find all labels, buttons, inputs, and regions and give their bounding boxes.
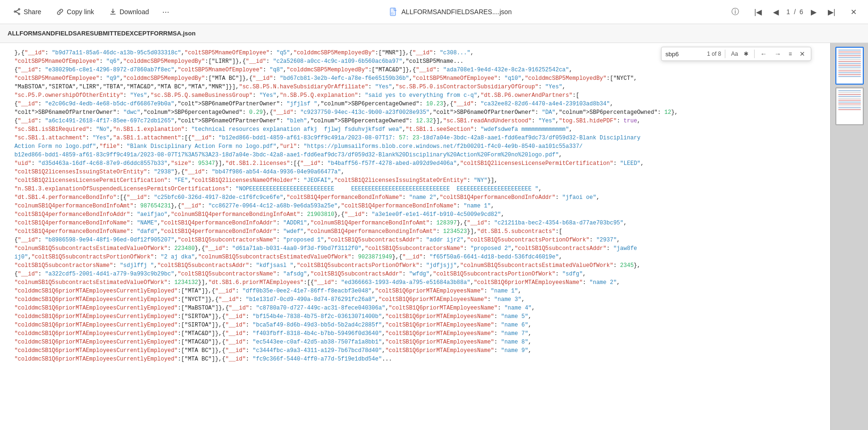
more-label: ··· [162, 7, 169, 17]
file-title: ALLFORMSANDFIELDSARESUBMITTEDEXCEPTFORRM… [8, 30, 196, 37]
file-json-icon: {} [389, 8, 398, 16]
thumb-page-1[interactable] [835, 47, 864, 85]
json-content[interactable]: },{"__id": "b9d77a11-85a6-46dc-a13b-95c5… [0, 43, 830, 430]
top-bar-right: ⓘ |◀ ◀ 1 / 6 ▶ ▶| ✕ [728, 5, 860, 19]
search-counter: 1 of 8 [707, 51, 721, 57]
filename: ALLFORMSANDFIELDSARES....json [402, 8, 512, 16]
share-button[interactable]: Share [8, 5, 47, 18]
search-regex-button[interactable]: ✱ [742, 50, 750, 58]
top-bar-left: Share Copy link Download ··· [8, 5, 173, 19]
page-current: 1 [786, 8, 790, 16]
thumb-page-2[interactable] [835, 87, 864, 125]
search-options: Aa ✱ [729, 50, 750, 58]
more-button[interactable]: ··· [158, 5, 173, 19]
file-title-bar: ALLFORMSANDFIELDSARESUBMITTEDEXCEPTFORRM… [0, 24, 868, 43]
search-next-button[interactable]: → [773, 49, 783, 59]
svg-text:{}: {} [391, 12, 394, 15]
search-divider2 [754, 50, 755, 58]
page-total: 6 [799, 8, 803, 16]
page-separator: / [794, 8, 796, 16]
first-page-button[interactable]: |◀ [750, 6, 765, 18]
top-bar-center: {} ALLFORMSANDFIELDSARES....json [389, 8, 512, 16]
next-page-button[interactable]: ▶ [807, 6, 820, 18]
info-button[interactable]: ⓘ [728, 5, 743, 19]
search-close-button[interactable]: ✕ [798, 49, 807, 59]
viewer-area: 1 of 8 Aa ✱ ← → ≡ ✕ },{"__id": "b9d77a11… [0, 43, 830, 430]
search-case-button[interactable]: Aa [729, 50, 740, 58]
download-button[interactable]: Download [103, 5, 155, 18]
right-sidebar [830, 43, 868, 430]
close-button[interactable]: ✕ [847, 6, 860, 18]
link-icon [56, 8, 64, 16]
search-input[interactable] [665, 51, 703, 58]
search-overlay: 1 of 8 Aa ✱ ← → ≡ ✕ [661, 47, 811, 61]
last-page-button[interactable]: ▶| [824, 6, 839, 18]
download-label: Download [120, 8, 149, 16]
content-wrapper: 1 of 8 Aa ✱ ← → ≡ ✕ },{"__id": "b9d77a11… [0, 43, 868, 430]
search-menu-button[interactable]: ≡ [787, 50, 794, 58]
share-icon [13, 8, 21, 16]
search-divider [725, 50, 725, 58]
prev-page-button[interactable]: ◀ [769, 6, 782, 18]
copy-link-button[interactable]: Copy link [51, 5, 100, 18]
top-bar: Share Copy link Download ··· {} ALLFORMS… [0, 0, 868, 24]
copy-link-label: Copy link [67, 8, 94, 16]
search-prev-button[interactable]: ← [758, 49, 769, 59]
share-label: Share [24, 8, 41, 16]
page-navigation: |◀ ◀ 1 / 6 ▶ ▶| [750, 6, 839, 18]
download-icon [109, 8, 117, 16]
